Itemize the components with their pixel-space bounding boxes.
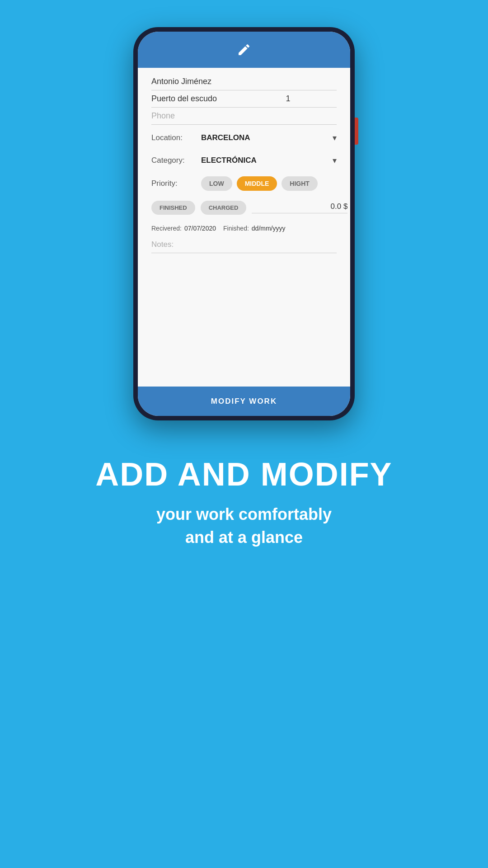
location-label: Location:: [151, 133, 201, 142]
name-field: [151, 77, 337, 90]
category-row[interactable]: Category: ELECTRÓNICA ▾: [151, 151, 337, 170]
location-value: BARCELONA: [201, 133, 333, 142]
finished-date-value: dd/mm/yyyy: [252, 225, 286, 232]
subline: your work comfortablyand at a glance: [95, 503, 392, 549]
priority-high-button[interactable]: HIGHT: [282, 176, 318, 191]
finished-button[interactable]: FINISHED: [151, 201, 195, 215]
charged-button[interactable]: CHARGED: [201, 201, 247, 215]
category-label: Category:: [151, 156, 201, 165]
number-field: [286, 94, 337, 104]
received-label: Recivered:: [151, 225, 182, 232]
bottom-text-section: ADD AND MODIFY your work comfortablyand …: [59, 457, 428, 549]
notes-label: Notes:: [151, 240, 337, 249]
chevron-down-icon-2: ▾: [333, 156, 337, 165]
phone-input[interactable]: [151, 111, 337, 121]
phone-field: [151, 111, 337, 125]
address-input[interactable]: [151, 94, 278, 104]
app-header: [138, 32, 350, 68]
modify-work-button[interactable]: MODIFY WORK: [211, 397, 277, 406]
phone-mockup: Location: BARCELONA ▾ Category: ELECTRÓN…: [133, 27, 355, 420]
priority-label: Priority:: [151, 179, 201, 188]
address-row: [151, 94, 337, 108]
address-field: [151, 94, 278, 104]
location-row[interactable]: Location: BARCELONA ▾: [151, 128, 337, 147]
status-row: FINISHED CHARGED: [151, 197, 337, 218]
edit-icon: [237, 42, 251, 57]
headline: ADD AND MODIFY: [95, 457, 392, 492]
phone-screen: Location: BARCELONA ▾ Category: ELECTRÓN…: [138, 32, 350, 416]
category-value: ELECTRÓNICA: [201, 156, 333, 165]
dates-row: Recivered: 07/07/2020 Finished: dd/mm/yy…: [151, 222, 337, 235]
app-footer: MODIFY WORK: [138, 387, 350, 416]
chevron-down-icon: ▾: [333, 133, 337, 143]
received-date: Recivered: 07/07/2020: [151, 225, 216, 232]
amount-input[interactable]: [252, 202, 347, 213]
notes-field: Notes:: [151, 240, 337, 253]
priority-middle-button[interactable]: MIDDLE: [237, 176, 277, 191]
subline-text: your work comfortablyand at a glance: [156, 505, 332, 546]
priority-buttons: LOW MIDDLE HIGHT: [201, 176, 318, 191]
name-input[interactable]: [151, 77, 337, 86]
form-area: Location: BARCELONA ▾ Category: ELECTRÓN…: [138, 68, 350, 387]
number-input[interactable]: [286, 94, 337, 104]
priority-row: Priority: LOW MIDDLE HIGHT: [151, 174, 337, 193]
priority-low-button[interactable]: LOW: [201, 176, 232, 191]
finished-label: Finished:: [223, 225, 249, 232]
received-date-value: 07/07/2020: [184, 225, 216, 232]
finished-date: Finished: dd/mm/yyyy: [223, 225, 286, 232]
phone-outer: Location: BARCELONA ▾ Category: ELECTRÓN…: [133, 27, 355, 420]
